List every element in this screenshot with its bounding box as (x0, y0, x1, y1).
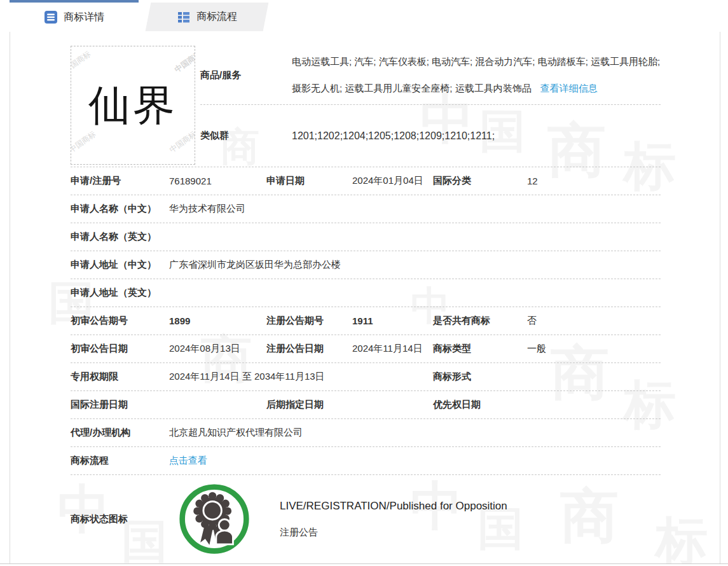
row-notice-numbers: 初审公告期号 1899 注册公告期号 1911 是否共有商标 否 (71, 307, 661, 335)
reg-notice-no-label: 注册公告期号 (266, 315, 352, 327)
priority-date-label: 优先权日期 (433, 399, 527, 411)
goods-text: 电动运载工具; 汽车; 汽车仪表板; 电动汽车; 混合动力汽车; 电动踏板车; … (292, 48, 661, 102)
reg-notice-date-label: 注册公告日期 (266, 343, 352, 355)
view-detail-link[interactable]: 查看详细信息 (540, 83, 598, 93)
row-registration: 申请/注册号 76189021 申请日期 2024年01月04日 国际分类 12 (71, 167, 661, 195)
row-applicant-addr-cn: 申请人地址（中文） 广东省深圳市龙岗区坂田华为总部办公楼 (71, 251, 661, 279)
intl-class-label: 国际分类 (433, 175, 527, 187)
row-status: 商标状态图标 LIVE/REGIST (71, 475, 661, 562)
panel-content: 中国商标 中国商标 中国商标 中国商标 仙界 商品/服务 电动运载工具; 汽车;… (10, 32, 720, 562)
similar-group-value: 1201;1202;1204;1205;1208;1209;1210;1211; (292, 130, 495, 142)
is-shared-value: 否 (527, 315, 661, 327)
row-applicant-name-en: 申请人名称（英文） (71, 223, 661, 251)
status-line2: 注册公告 (280, 527, 507, 539)
tab-detail-label: 商标详情 (64, 11, 104, 24)
reg-no-value: 76189021 (169, 176, 266, 186)
is-shared-label: 是否共有商标 (433, 315, 527, 327)
applicant-addr-cn-value: 广东省深圳市龙岗区坂田华为总部办公楼 (169, 259, 661, 271)
app-date-value: 2024年01月04日 (352, 175, 433, 187)
agency-value: 北京超凡知识产权代理有限公司 (169, 427, 661, 439)
registered-badge-icon (178, 483, 251, 555)
similar-group-label: 类似群 (200, 130, 292, 142)
tab-trademark-detail[interactable]: 商标详情 (10, 0, 139, 32)
image-watermark: 中国商标 (71, 129, 99, 155)
tab-bar: 商标详情 商标流程 (0, 0, 728, 32)
row-applicant-name-cn: 申请人名称（中文） 华为技术有限公司 (71, 195, 661, 223)
top-right: 商品/服务 电动运载工具; 汽车; 汽车仪表板; 电动汽车; 混合动力汽车; 电… (200, 46, 661, 167)
trademark-text: 仙界 (88, 77, 177, 134)
first-trial-no-value: 1899 (169, 315, 266, 326)
later-designation-date-label: 后期指定日期 (266, 399, 352, 411)
reg-no-label: 申请/注册号 (71, 175, 169, 187)
goods-value: 电动运载工具; 汽车; 汽车仪表板; 电动汽车; 混合动力汽车; 电动踏板车; … (292, 56, 660, 93)
tm-type-label: 商标类型 (433, 343, 527, 355)
app-date-label: 申请日期 (266, 175, 352, 187)
row-agency: 代理/办理机构 北京超凡知识产权代理有限公司 (71, 419, 661, 447)
tm-type-value: 一般 (527, 343, 661, 355)
reg-notice-no-value: 1911 (352, 315, 433, 326)
exclusive-period-label: 专用权期限 (71, 371, 169, 383)
status-label: 商标状态图标 (71, 513, 169, 525)
top-section: 中国商标 中国商标 中国商标 中国商标 仙界 商品/服务 电动运载工具; 汽车;… (71, 46, 661, 167)
exclusive-period-value: 2024年11月14日 至 2034年11月13日 (169, 371, 433, 383)
tab-trademark-process[interactable]: 商标流程 (148, 3, 266, 31)
page-bottom-divider (0, 563, 728, 564)
trademark-detail-panel: 商 中 国 商 标 国 中 商 商 标 中 国 中 国 商 标 中国商标 中国商… (10, 31, 720, 563)
applicant-addr-en-label: 申请人地址（英文） (71, 287, 169, 299)
tab-process-label: 商标流程 (196, 10, 237, 24)
applicant-name-en-label: 申请人名称（英文） (71, 231, 169, 243)
tm-form-label: 商标形式 (433, 371, 527, 383)
status-line1: LIVE/REGISTRATION/Published for Oppositi… (280, 500, 507, 513)
row-notice-dates: 初审公告日期 2024年08月13日 注册公告日期 2024年11月14日 商标… (71, 335, 661, 363)
status-texts: LIVE/REGISTRATION/Published for Oppositi… (280, 500, 507, 539)
agency-label: 代理/办理机构 (71, 427, 169, 439)
intl-reg-date-label: 国际注册日期 (71, 399, 169, 411)
image-watermark: 中国商标 (172, 49, 195, 75)
row-intl-dates: 国际注册日期 后期指定日期 优先权日期 (71, 391, 661, 419)
process-list-icon (177, 10, 191, 24)
applicant-name-cn-label: 申请人名称（中文） (71, 203, 169, 215)
goods-label: 商品/服务 (200, 69, 292, 81)
goods-services-row: 商品/服务 电动运载工具; 汽车; 汽车仪表板; 电动汽车; 混合动力汽车; 电… (200, 46, 661, 104)
first-trial-date-value: 2024年08月13日 (169, 343, 266, 355)
similar-group-row: 类似群 1201;1202;1204;1205;1208;1209;1210;1… (200, 105, 661, 167)
first-trial-date-label: 初审公告日期 (71, 343, 169, 355)
row-exclusive-period: 专用权期限 2024年11月14日 至 2034年11月13日 商标形式 (71, 363, 661, 391)
applicant-name-cn-value: 华为技术有限公司 (169, 203, 661, 215)
reg-notice-date-value: 2024年11月14日 (352, 343, 433, 355)
process-label: 商标流程 (71, 455, 169, 467)
first-trial-no-label: 初审公告期号 (71, 315, 169, 327)
applicant-addr-cn-label: 申请人地址（中文） (71, 259, 169, 271)
row-process: 商标流程 点击查看 (71, 447, 661, 475)
trademark-image: 中国商标 中国商标 中国商标 中国商标 仙界 (71, 46, 195, 165)
detail-list-icon (44, 10, 58, 24)
intl-class-value: 12 (527, 176, 661, 186)
click-to-view-link[interactable]: 点击查看 (169, 455, 661, 467)
image-watermark: 中国商标 (71, 49, 93, 75)
row-applicant-addr-en: 申请人地址（英文） (71, 279, 661, 307)
